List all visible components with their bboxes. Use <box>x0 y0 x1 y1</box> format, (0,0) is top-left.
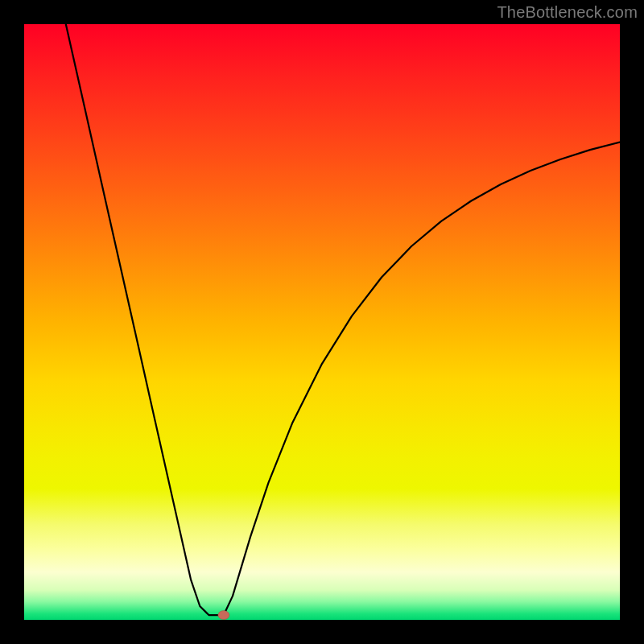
minimum-marker <box>218 611 229 620</box>
plot-area <box>24 24 620 620</box>
curve-svg <box>24 24 620 620</box>
bottleneck-curve <box>66 24 620 615</box>
chart-frame: TheBottleneck.com <box>0 0 644 644</box>
watermark-text: TheBottleneck.com <box>497 3 638 22</box>
